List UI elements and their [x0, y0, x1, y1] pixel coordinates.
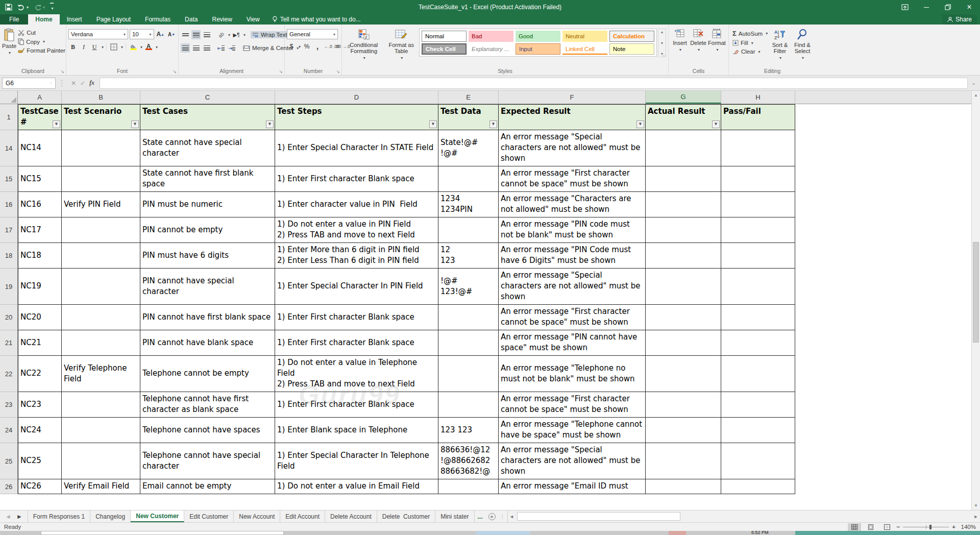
header-cell-a[interactable]: TestCase #▼: [18, 104, 62, 130]
column-header-a[interactable]: A: [18, 91, 62, 104]
font-dialog-launcher-icon[interactable]: ↘: [173, 69, 177, 74]
align-right-icon[interactable]: [202, 43, 211, 53]
cell-style-input[interactable]: Input: [516, 43, 560, 55]
cell-a17[interactable]: NC17: [18, 217, 62, 243]
accounting-format-icon[interactable]: $: [287, 42, 296, 51]
cell-b23[interactable]: [62, 392, 140, 418]
enter-icon[interactable]: ✓: [80, 80, 85, 87]
share-button[interactable]: Share: [942, 14, 977, 25]
align-bottom-icon[interactable]: [202, 30, 211, 39]
sheet-tab-edit-customer[interactable]: Edit Customer: [184, 510, 234, 522]
cell-f24[interactable]: An error message "Telephone cannot have …: [499, 418, 646, 443]
taskbar-search-box[interactable]: [41, 531, 284, 535]
cell-e14[interactable]: State!@# !@#: [438, 130, 499, 166]
filter-dropdown-icon[interactable]: ▼: [53, 120, 60, 128]
row-header-25[interactable]: 25: [0, 443, 18, 479]
cell-style-normal[interactable]: Normal: [422, 31, 467, 42]
cell-c18[interactable]: PIN must have 6 digits: [140, 243, 275, 269]
row-header-19[interactable]: 19: [0, 269, 18, 305]
header-cell-d[interactable]: Test Steps▼: [275, 104, 438, 130]
header-cell-b[interactable]: Test Scenario▼: [62, 104, 140, 130]
zoom-in-icon[interactable]: +: [952, 524, 955, 530]
cell-e19[interactable]: !@# 123!@#: [438, 269, 499, 305]
font-name-select[interactable]: Verdana▾: [68, 29, 128, 39]
undo-dropdown-icon[interactable]: ▾: [27, 5, 29, 10]
cell-h21[interactable]: [721, 330, 795, 356]
decrease-indent-icon[interactable]: ⇤: [216, 43, 226, 53]
filter-dropdown-icon[interactable]: ▼: [712, 120, 720, 128]
cell-b19[interactable]: [62, 269, 140, 305]
cell-c20[interactable]: PIN cannot have first blank space: [140, 305, 275, 330]
align-middle-icon[interactable]: [191, 30, 201, 39]
page-break-view-icon[interactable]: [880, 523, 894, 531]
scroll-down-icon[interactable]: ▼: [972, 501, 980, 510]
cell-f14[interactable]: An error message "Special characters are…: [499, 130, 646, 166]
page-layout-view-icon[interactable]: [864, 523, 877, 531]
ribbon-tab-file[interactable]: File: [0, 14, 28, 25]
sort-filter-button[interactable]: AZ Sort & Filter▾: [769, 27, 791, 66]
cell-a21[interactable]: NC21: [18, 330, 62, 356]
cell-d23[interactable]: 1) Enter First character Blank space: [275, 392, 438, 418]
more-sheets-indicator[interactable]: ...: [475, 510, 486, 522]
cell-f21[interactable]: An error message "PIN cannot have space"…: [499, 330, 646, 356]
cell-c23[interactable]: Telephone cannot have first character as…: [140, 392, 275, 418]
scroll-left-icon[interactable]: ◄: [508, 514, 516, 519]
filter-dropdown-icon[interactable]: ▼: [131, 120, 139, 128]
cell-a16[interactable]: NC16: [18, 192, 62, 217]
cell-e18[interactable]: 12 123: [438, 243, 499, 269]
ribbon-tab-insert[interactable]: Insert: [60, 14, 89, 25]
cell-d18[interactable]: 1) Enter More than 6 digit in PIN field …: [275, 243, 438, 269]
sheet-tab-new-account[interactable]: New Account: [234, 510, 280, 522]
number-format-select[interactable]: General▾: [287, 29, 338, 39]
increase-font-size-icon[interactable]: A▲: [156, 30, 165, 39]
cell-b14[interactable]: [62, 130, 140, 166]
header-cell-c[interactable]: Test Cases▼: [140, 104, 275, 130]
cut-button[interactable]: Cut: [16, 29, 67, 36]
fill-color-button[interactable]: [129, 42, 138, 52]
format-cells-button[interactable]: Format▾: [707, 27, 726, 66]
increase-indent-icon[interactable]: ⇥: [227, 43, 236, 53]
cell-c22[interactable]: Telephone cannot be empty: [140, 356, 275, 392]
cell-b25[interactable]: [62, 443, 140, 479]
add-sheet-button[interactable]: +: [486, 510, 498, 522]
autosum-button[interactable]: ΣAutoSum▾: [731, 29, 769, 38]
decrease-font-size-icon[interactable]: A▼: [167, 30, 176, 39]
filter-dropdown-icon[interactable]: ▼: [636, 120, 644, 128]
cell-c15[interactable]: State cannot have first blank space: [140, 166, 275, 192]
zoom-slider-thumb[interactable]: [929, 525, 932, 529]
cell-d21[interactable]: 1) Enter First character Blank space: [275, 330, 438, 356]
header-cell-h[interactable]: Pass/Fail: [721, 104, 795, 130]
cell-e22[interactable]: [438, 356, 499, 392]
sheet-nav-left-icon[interactable]: ◄: [5, 513, 11, 520]
paste-button[interactable]: Paste▾: [2, 27, 16, 66]
cell-d15[interactable]: 1) Enter First character Blank space: [275, 166, 438, 192]
cell-g18[interactable]: [646, 243, 721, 269]
borders-button[interactable]: [109, 42, 118, 52]
cell-a23[interactable]: NC23: [18, 392, 62, 418]
cell-b17[interactable]: [62, 217, 140, 243]
align-left-icon[interactable]: [181, 43, 190, 53]
cell-f19[interactable]: An error message "Special characters are…: [499, 269, 646, 305]
cell-g15[interactable]: [646, 166, 721, 192]
undo-button[interactable]: ▾: [17, 4, 29, 11]
format-painter-button[interactable]: Format Painter: [16, 47, 67, 54]
cell-h19[interactable]: [721, 269, 795, 305]
align-center-icon[interactable]: [191, 43, 201, 53]
cell-g16[interactable]: [646, 192, 721, 217]
cell-d22[interactable]: 1) Do not enter a value in Telephone Fie…: [275, 356, 438, 392]
row-header-15[interactable]: 15: [0, 166, 18, 192]
cell-f26[interactable]: An error message "Email ID must: [499, 479, 646, 494]
clear-button[interactable]: Clear▾: [731, 48, 769, 55]
zoom-level[interactable]: 140%: [959, 524, 976, 530]
formula-input[interactable]: [100, 78, 967, 89]
cell-h26[interactable]: [721, 479, 795, 494]
cell-a15[interactable]: NC15: [18, 166, 62, 192]
cell-g20[interactable]: [646, 305, 721, 330]
row-header-16[interactable]: 16: [0, 192, 18, 217]
styles-gallery-scrollbar[interactable]: ▲▼▼̲: [658, 29, 666, 57]
sheet-tab-form-responses-1[interactable]: Form Responses 1: [28, 510, 90, 522]
cell-c26[interactable]: Email cannot be empty: [140, 479, 275, 494]
cell-e16[interactable]: 1234 1234PIN: [438, 192, 499, 217]
name-box[interactable]: G6▾: [2, 78, 56, 89]
cell-g23[interactable]: [646, 392, 721, 418]
